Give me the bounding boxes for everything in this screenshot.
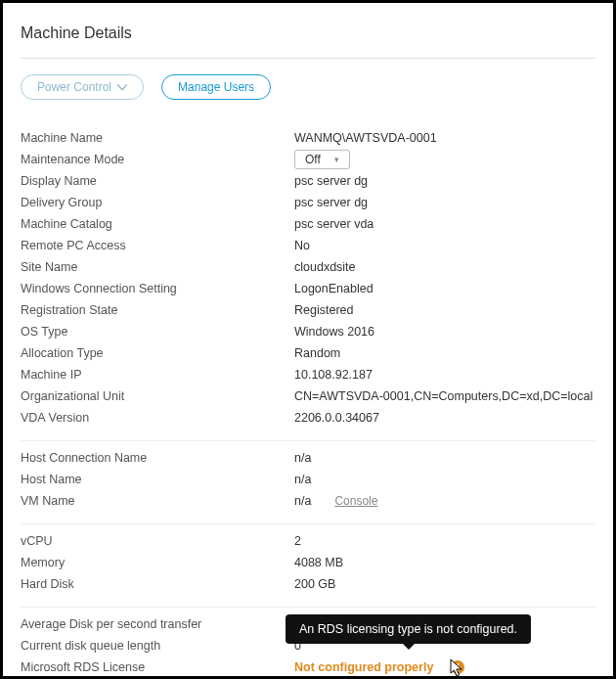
chevron-down-icon	[117, 84, 127, 90]
detail-value: psc server vda	[294, 217, 595, 231]
detail-label: VDA Version	[21, 411, 294, 425]
power-control-label: Power Control	[37, 80, 111, 94]
detail-value: Windows 2016	[294, 325, 595, 339]
value-text: Windows 2016	[294, 325, 374, 339]
detail-label: Host Name	[21, 473, 294, 486]
detail-label: Remote PC Access	[21, 239, 294, 252]
value-text: CN=AWTSVDA-0001,CN=Computers,DC=xd,DC=lo…	[294, 389, 593, 403]
detail-value: 2	[294, 534, 595, 548]
detail-value: LogonEnabled	[294, 282, 595, 295]
chevron-down-icon: ▾	[334, 155, 339, 164]
detail-value: WANMQ\AWTSVDA-0001	[294, 131, 595, 145]
detail-row: Machine Catalogpsc server vda	[21, 213, 595, 235]
value-text: 200 GB	[294, 577, 335, 591]
detail-label: Current disk queue length	[21, 639, 294, 653]
power-control-button[interactable]: Power Control	[21, 74, 144, 100]
value-text: psc server dg	[294, 174, 368, 188]
value-text: No	[294, 239, 310, 252]
maintenance-mode-select[interactable]: Off▾	[294, 150, 350, 169]
detail-section: vCPU2Memory4088 MBHard Disk200 GB	[21, 524, 595, 608]
detail-label: Microsoft RDS License	[21, 660, 294, 674]
manage-users-button[interactable]: Manage Users	[161, 74, 271, 100]
action-bar: Power Control Manage Users	[21, 59, 595, 121]
detail-row: OS TypeWindows 2016	[21, 321, 595, 342]
detail-label: OS Type	[21, 325, 294, 339]
warning-icon[interactable]: !	[451, 660, 464, 674]
detail-value: 10.108.92.187	[294, 368, 595, 382]
detail-value: Not configured properly!	[294, 660, 595, 674]
detail-label: Registration State	[21, 303, 294, 317]
detail-label: Delivery Group	[21, 196, 294, 209]
rds-status-text: Not configured properly	[294, 660, 433, 674]
detail-value: CN=AWTSVDA-0001,CN=Computers,DC=xd,DC=lo…	[294, 389, 595, 403]
detail-value: Registered	[294, 303, 595, 317]
details-list: Machine NameWANMQ\AWTSVDA-0001Maintenanc…	[21, 121, 595, 679]
detail-value: 4088 MB	[294, 556, 595, 569]
detail-value: 200 GB	[294, 577, 595, 591]
detail-row: Delivery Grouppsc server dg	[21, 192, 595, 213]
detail-row: Host Namen/a	[21, 469, 595, 490]
detail-row: Machine NameWANMQ\AWTSVDA-0001	[21, 127, 595, 149]
value-text: cloudxdsite	[294, 260, 356, 274]
detail-row: Windows Connection SettingLogonEnabled	[21, 278, 595, 299]
detail-row: Maintenance ModeOff▾	[21, 149, 595, 170]
rds-tooltip: An RDS licensing type is not configured.	[286, 614, 531, 644]
console-link[interactable]: Console	[334, 494, 377, 508]
value-text: 10.108.92.187	[294, 368, 373, 382]
detail-value: 2206.0.0.34067	[294, 411, 595, 425]
detail-row: VDA Version2206.0.0.34067	[21, 407, 595, 429]
detail-value: Off▾	[294, 150, 595, 169]
detail-value: psc server dg	[294, 196, 595, 209]
detail-row: Hard Disk200 GB	[21, 573, 595, 595]
detail-row: Registration StateRegistered	[21, 299, 595, 321]
detail-label: Organizational Unit	[21, 389, 294, 403]
detail-label: Host Connection Name	[21, 451, 294, 465]
detail-label: VM Name	[21, 494, 294, 508]
detail-label: vCPU	[21, 534, 294, 548]
detail-label: Windows Connection Setting	[21, 282, 294, 295]
value-text: n/a	[294, 451, 311, 465]
detail-label: Average Disk per second transfer	[21, 617, 294, 631]
detail-row: Remote PC AccessNo	[21, 235, 595, 256]
detail-row: Machine IP10.108.92.187	[21, 364, 595, 385]
manage-users-label: Manage Users	[178, 80, 254, 94]
detail-section: Machine NameWANMQ\AWTSVDA-0001Maintenanc…	[21, 121, 595, 441]
detail-row: Site Namecloudxdsite	[21, 256, 595, 278]
value-text: Registered	[294, 303, 353, 317]
detail-label: Machine IP	[21, 368, 294, 382]
value-text: psc server dg	[294, 196, 368, 209]
value-text: 4088 MB	[294, 556, 343, 569]
detail-label: Machine Catalog	[21, 217, 294, 231]
value-text: 2	[294, 534, 301, 548]
page-title: Machine Details	[21, 24, 595, 59]
detail-value: psc server dg	[294, 174, 595, 188]
detail-value: n/a	[294, 451, 595, 465]
detail-value: n/a	[294, 473, 595, 486]
value-text: WANMQ\AWTSVDA-0001	[294, 131, 437, 145]
detail-label: Display Name	[21, 174, 294, 188]
value-text: 2206.0.0.34067	[294, 411, 379, 425]
detail-label: Allocation Type	[21, 346, 294, 360]
detail-row: Memory4088 MB	[21, 552, 595, 573]
detail-label: Machine Name	[21, 131, 294, 145]
detail-label: Hard Disk	[21, 577, 294, 591]
detail-value: cloudxdsite	[294, 260, 595, 274]
detail-row: Microsoft RDS LicenseNot configured prop…	[21, 656, 595, 678]
detail-row: Allocation TypeRandom	[21, 342, 595, 364]
value-text: Random	[294, 346, 340, 360]
value-text: psc server vda	[294, 217, 374, 231]
value-text: LogonEnabled	[294, 282, 374, 295]
detail-row: Display Namepsc server dg	[21, 170, 595, 192]
detail-section: Host Connection Namen/aHost Namen/aVM Na…	[21, 441, 595, 524]
detail-value: n/aConsole	[294, 494, 595, 508]
detail-row: VM Namen/aConsole	[21, 490, 595, 512]
detail-row: Host Connection Namen/a	[21, 447, 595, 469]
detail-label: Memory	[21, 556, 294, 569]
select-value: Off	[305, 153, 321, 166]
detail-label: Site Name	[21, 260, 294, 274]
value-text: n/a	[294, 494, 311, 508]
detail-row: Organizational UnitCN=AWTSVDA-0001,CN=Co…	[21, 385, 595, 407]
value-text: n/a	[294, 473, 311, 486]
detail-row: vCPU2	[21, 530, 595, 552]
detail-value: Random	[294, 346, 595, 360]
